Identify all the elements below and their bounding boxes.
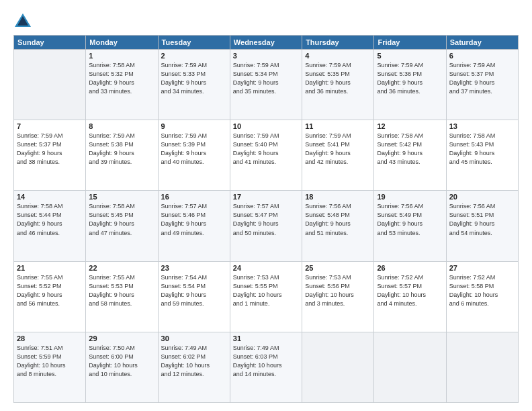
day-number: 7 bbox=[17, 122, 83, 130]
day-number: 18 bbox=[305, 193, 371, 201]
calendar-cell: 29Sunrise: 7:50 AM Sunset: 6:00 PM Dayli… bbox=[86, 332, 158, 402]
week-row-2: 7Sunrise: 7:59 AM Sunset: 5:37 PM Daylig… bbox=[14, 120, 519, 191]
calendar-cell: 13Sunrise: 7:58 AM Sunset: 5:43 PM Dayli… bbox=[446, 120, 518, 191]
calendar-cell bbox=[302, 332, 374, 402]
calendar-table: SundayMondayTuesdayWednesdayThursdayFrid… bbox=[13, 35, 519, 403]
day-info: Sunrise: 7:58 AM Sunset: 5:42 PM Dayligh… bbox=[377, 132, 443, 167]
calendar-cell: 23Sunrise: 7:54 AM Sunset: 5:54 PM Dayli… bbox=[158, 261, 230, 332]
weekday-sunday: Sunday bbox=[14, 36, 86, 50]
calendar-cell: 15Sunrise: 7:58 AM Sunset: 5:45 PM Dayli… bbox=[86, 191, 158, 261]
calendar-cell: 4Sunrise: 7:59 AM Sunset: 5:35 PM Daylig… bbox=[302, 50, 374, 120]
day-number: 14 bbox=[17, 193, 83, 201]
logo-area bbox=[13, 11, 35, 30]
calendar-cell: 21Sunrise: 7:55 AM Sunset: 5:52 PM Dayli… bbox=[14, 261, 86, 332]
day-info: Sunrise: 7:56 AM Sunset: 5:51 PM Dayligh… bbox=[449, 202, 515, 237]
day-number: 2 bbox=[161, 52, 227, 60]
day-number: 25 bbox=[305, 264, 371, 272]
week-row-4: 21Sunrise: 7:55 AM Sunset: 5:52 PM Dayli… bbox=[14, 261, 519, 332]
day-info: Sunrise: 7:59 AM Sunset: 5:38 PM Dayligh… bbox=[89, 132, 154, 167]
day-info: Sunrise: 7:53 AM Sunset: 5:56 PM Dayligh… bbox=[305, 273, 371, 308]
day-info: Sunrise: 7:49 AM Sunset: 6:02 PM Dayligh… bbox=[161, 344, 227, 379]
day-info: Sunrise: 7:55 AM Sunset: 5:52 PM Dayligh… bbox=[17, 273, 83, 308]
day-number: 23 bbox=[161, 264, 227, 272]
day-info: Sunrise: 7:51 AM Sunset: 5:59 PM Dayligh… bbox=[17, 344, 83, 379]
day-number: 8 bbox=[89, 122, 154, 130]
day-number: 10 bbox=[233, 122, 299, 130]
day-number: 21 bbox=[17, 264, 83, 272]
weekday-tuesday: Tuesday bbox=[158, 36, 230, 50]
day-info: Sunrise: 7:58 AM Sunset: 5:43 PM Dayligh… bbox=[449, 132, 515, 167]
day-info: Sunrise: 7:57 AM Sunset: 5:46 PM Dayligh… bbox=[161, 202, 227, 237]
day-info: Sunrise: 7:57 AM Sunset: 5:47 PM Dayligh… bbox=[233, 202, 299, 237]
day-number: 16 bbox=[161, 193, 227, 201]
calendar-cell: 3Sunrise: 7:59 AM Sunset: 5:34 PM Daylig… bbox=[230, 50, 302, 120]
weekday-wednesday: Wednesday bbox=[230, 36, 302, 50]
day-number: 19 bbox=[377, 193, 443, 201]
calendar-cell: 27Sunrise: 7:52 AM Sunset: 5:58 PM Dayli… bbox=[446, 261, 518, 332]
weekday-saturday: Saturday bbox=[446, 36, 518, 50]
calendar-cell: 5Sunrise: 7:59 AM Sunset: 5:36 PM Daylig… bbox=[374, 50, 446, 120]
week-row-3: 14Sunrise: 7:58 AM Sunset: 5:44 PM Dayli… bbox=[14, 191, 519, 261]
day-info: Sunrise: 7:56 AM Sunset: 5:48 PM Dayligh… bbox=[305, 202, 371, 237]
day-number: 27 bbox=[449, 264, 515, 272]
weekday-header-row: SundayMondayTuesdayWednesdayThursdayFrid… bbox=[14, 36, 519, 50]
calendar-cell: 26Sunrise: 7:52 AM Sunset: 5:57 PM Dayli… bbox=[374, 261, 446, 332]
day-info: Sunrise: 7:53 AM Sunset: 5:55 PM Dayligh… bbox=[233, 273, 299, 308]
day-info: Sunrise: 7:52 AM Sunset: 5:57 PM Dayligh… bbox=[377, 273, 443, 308]
day-info: Sunrise: 7:59 AM Sunset: 5:34 PM Dayligh… bbox=[233, 61, 299, 96]
day-number: 5 bbox=[377, 52, 443, 60]
day-number: 13 bbox=[449, 122, 515, 130]
day-info: Sunrise: 7:52 AM Sunset: 5:58 PM Dayligh… bbox=[449, 273, 515, 308]
day-info: Sunrise: 7:58 AM Sunset: 5:44 PM Dayligh… bbox=[17, 202, 83, 237]
calendar-cell: 30Sunrise: 7:49 AM Sunset: 6:02 PM Dayli… bbox=[158, 332, 230, 402]
day-info: Sunrise: 7:59 AM Sunset: 5:35 PM Dayligh… bbox=[305, 61, 371, 96]
day-number: 26 bbox=[377, 264, 443, 272]
weekday-friday: Friday bbox=[374, 36, 446, 50]
day-info: Sunrise: 7:59 AM Sunset: 5:41 PM Dayligh… bbox=[305, 132, 371, 167]
weekday-monday: Monday bbox=[86, 36, 158, 50]
calendar-cell: 6Sunrise: 7:59 AM Sunset: 5:37 PM Daylig… bbox=[446, 50, 518, 120]
calendar-cell: 22Sunrise: 7:55 AM Sunset: 5:53 PM Dayli… bbox=[86, 261, 158, 332]
day-number: 15 bbox=[89, 193, 154, 201]
logo-icon bbox=[13, 11, 32, 30]
day-number: 17 bbox=[233, 193, 299, 201]
day-number: 12 bbox=[377, 122, 443, 130]
calendar-cell: 11Sunrise: 7:59 AM Sunset: 5:41 PM Dayli… bbox=[302, 120, 374, 191]
calendar-cell bbox=[14, 50, 86, 120]
calendar-cell: 12Sunrise: 7:58 AM Sunset: 5:42 PM Dayli… bbox=[374, 120, 446, 191]
day-info: Sunrise: 7:59 AM Sunset: 5:40 PM Dayligh… bbox=[233, 132, 299, 167]
calendar-cell: 16Sunrise: 7:57 AM Sunset: 5:46 PM Dayli… bbox=[158, 191, 230, 261]
calendar-cell: 8Sunrise: 7:59 AM Sunset: 5:38 PM Daylig… bbox=[86, 120, 158, 191]
calendar-page: SundayMondayTuesdayWednesdayThursdayFrid… bbox=[0, 0, 532, 411]
week-row-1: 1Sunrise: 7:58 AM Sunset: 5:32 PM Daylig… bbox=[14, 50, 519, 120]
calendar-cell: 18Sunrise: 7:56 AM Sunset: 5:48 PM Dayli… bbox=[302, 191, 374, 261]
day-info: Sunrise: 7:54 AM Sunset: 5:54 PM Dayligh… bbox=[161, 273, 227, 308]
day-info: Sunrise: 7:59 AM Sunset: 5:33 PM Dayligh… bbox=[161, 61, 227, 96]
calendar-cell: 10Sunrise: 7:59 AM Sunset: 5:40 PM Dayli… bbox=[230, 120, 302, 191]
day-info: Sunrise: 7:55 AM Sunset: 5:53 PM Dayligh… bbox=[89, 273, 154, 308]
calendar-cell: 19Sunrise: 7:56 AM Sunset: 5:49 PM Dayli… bbox=[374, 191, 446, 261]
calendar-cell bbox=[374, 332, 446, 402]
calendar-cell: 31Sunrise: 7:49 AM Sunset: 6:03 PM Dayli… bbox=[230, 332, 302, 402]
calendar-cell bbox=[446, 332, 518, 402]
calendar-cell: 7Sunrise: 7:59 AM Sunset: 5:37 PM Daylig… bbox=[14, 120, 86, 191]
calendar-cell: 9Sunrise: 7:59 AM Sunset: 5:39 PM Daylig… bbox=[158, 120, 230, 191]
calendar-cell: 1Sunrise: 7:58 AM Sunset: 5:32 PM Daylig… bbox=[86, 50, 158, 120]
calendar-cell: 14Sunrise: 7:58 AM Sunset: 5:44 PM Dayli… bbox=[14, 191, 86, 261]
day-info: Sunrise: 7:59 AM Sunset: 5:37 PM Dayligh… bbox=[449, 61, 515, 96]
day-number: 9 bbox=[161, 122, 227, 130]
day-info: Sunrise: 7:50 AM Sunset: 6:00 PM Dayligh… bbox=[89, 344, 154, 379]
day-number: 1 bbox=[89, 52, 154, 60]
calendar-cell: 28Sunrise: 7:51 AM Sunset: 5:59 PM Dayli… bbox=[14, 332, 86, 402]
calendar-cell: 17Sunrise: 7:57 AM Sunset: 5:47 PM Dayli… bbox=[230, 191, 302, 261]
day-number: 22 bbox=[89, 264, 154, 272]
day-number: 20 bbox=[449, 193, 515, 201]
day-number: 4 bbox=[305, 52, 371, 60]
day-info: Sunrise: 7:58 AM Sunset: 5:32 PM Dayligh… bbox=[89, 61, 154, 96]
day-number: 6 bbox=[449, 52, 515, 60]
calendar-cell: 24Sunrise: 7:53 AM Sunset: 5:55 PM Dayli… bbox=[230, 261, 302, 332]
weekday-thursday: Thursday bbox=[302, 36, 374, 50]
day-number: 3 bbox=[233, 52, 299, 60]
day-info: Sunrise: 7:59 AM Sunset: 5:36 PM Dayligh… bbox=[377, 61, 443, 96]
day-info: Sunrise: 7:49 AM Sunset: 6:03 PM Dayligh… bbox=[233, 344, 299, 379]
